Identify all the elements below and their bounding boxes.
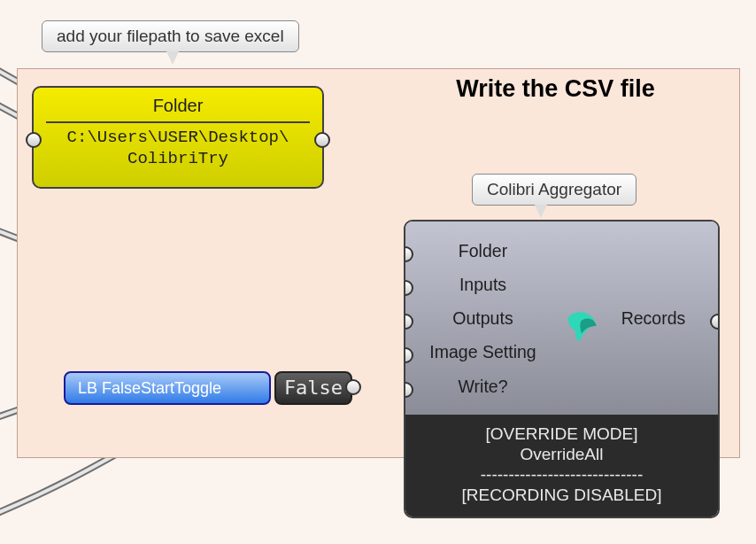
status-divider: -----------------------------: [405, 465, 718, 485]
folder-input-port[interactable]: [26, 132, 42, 148]
status-recording: [RECORDING DISABLED]: [405, 486, 718, 505]
agg-status: [OVERRIDE MODE] OverrideAll ------------…: [405, 415, 718, 517]
tooltip-aggregator: Colibri Aggregator: [472, 174, 636, 206]
status-override-value: OverrideAll: [405, 445, 718, 464]
agg-input-image-setting[interactable]: Image Setting: [405, 342, 560, 362]
folder-panel-node[interactable]: Folder C:\Users\USER\Desktop\ColibriTry: [32, 86, 324, 189]
toggle-label: LB FalseStartToggle: [66, 373, 269, 403]
false-start-toggle-node[interactable]: LB FalseStartToggle: [64, 371, 271, 405]
folder-output-port[interactable]: [314, 132, 330, 148]
tooltip-text: Colibri Aggregator: [487, 180, 621, 198]
colibri-icon: [563, 307, 600, 345]
toggle-output-port[interactable]: [345, 379, 361, 395]
group-title: Write the CSV file: [390, 75, 721, 103]
agg-input-write[interactable]: Write?: [405, 377, 560, 397]
colibri-aggregator-node[interactable]: Folder Inputs Outputs Image Setting Writ…: [404, 220, 720, 518]
tooltip-text: add your filepath to save excel: [57, 27, 284, 45]
agg-output-records[interactable]: Records: [596, 308, 711, 329]
agg-port-records[interactable]: [710, 314, 720, 330]
tooltip-filepath: add your filepath to save excel: [42, 20, 299, 52]
status-override-mode: [OVERRIDE MODE]: [405, 424, 718, 444]
agg-input-outputs[interactable]: Outputs: [405, 308, 560, 329]
toggle-value[interactable]: False: [274, 371, 352, 405]
folder-panel-title: Folder: [34, 96, 322, 116]
agg-input-folder[interactable]: Folder: [405, 241, 560, 261]
folder-panel-value[interactable]: C:\Users\USER\Desktop\ColibriTry: [34, 123, 322, 170]
agg-input-inputs[interactable]: Inputs: [405, 275, 560, 295]
